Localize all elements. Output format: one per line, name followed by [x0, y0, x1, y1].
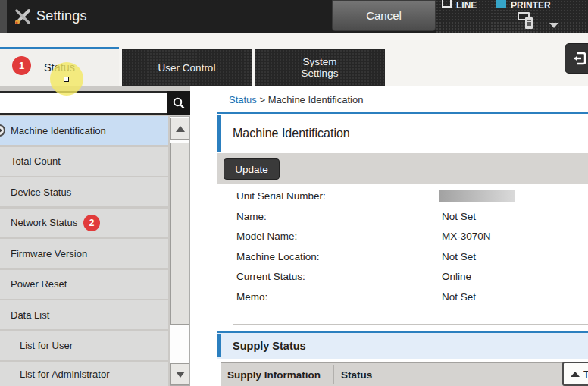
column-separator — [333, 365, 334, 384]
field-label: Model Name: — [236, 231, 297, 242]
tab-system-settings[interactable]: System Settings — [255, 49, 385, 86]
sidebar-item-device-status[interactable]: Device Status — [0, 177, 168, 206]
scroll-up-button[interactable] — [170, 118, 189, 140]
sidebar-item-label: Power Reset — [11, 278, 67, 290]
device-status-zone: LINE PRINTER — [436, 0, 588, 33]
search-button[interactable] — [167, 91, 190, 115]
printer-label: PRINTER — [511, 0, 551, 11]
column-status: Status — [341, 369, 372, 381]
sidebar-item-network-status[interactable]: Network Status 2 — [0, 209, 168, 237]
login-icon — [571, 50, 588, 67]
search-icon — [172, 96, 186, 110]
field-value: MX-3070N — [442, 231, 491, 242]
network-status-badge-2: 2 — [83, 215, 100, 231]
sidebar-item-machine-identification[interactable]: Machine Identification — [0, 116, 168, 145]
header-strip — [0, 33, 588, 48]
sidebar-item-label: List for Administrator — [20, 369, 110, 380]
machine-identification-section: Machine Identification — [217, 112, 588, 153]
supply-status-title: Supply Status — [233, 340, 306, 352]
tab-user-control-label: User Control — [158, 62, 216, 74]
machine-info-fields: Unit Serial Number: Name: Not Set Model … — [221, 187, 588, 308]
status-badge-1: 1 — [12, 56, 31, 75]
serial-number-redacted-value — [439, 190, 515, 202]
scroll-up-icon — [176, 126, 185, 132]
sidebar-item-label: Total Count — [11, 155, 61, 167]
field-value: Not Set — [442, 211, 476, 222]
field-row: Name: Not Set — [221, 208, 588, 228]
supply-status-section: Supply Status — [217, 331, 588, 359]
sidebar-item-label: Device Status — [11, 187, 71, 198]
sidebar-item-label: Machine Identification — [11, 125, 106, 137]
section-divider — [233, 324, 588, 325]
field-row: Unit Serial Number: — [221, 187, 588, 208]
tools-icon — [12, 6, 33, 27]
scroll-down-icon — [176, 372, 185, 378]
sidebar-item-power-reset[interactable]: Power Reset — [0, 270, 168, 299]
scroll-down-button[interactable] — [170, 363, 189, 385]
breadcrumb-current: Machine Identification — [268, 94, 364, 105]
field-row: Model Name: MX-3070N — [221, 228, 588, 248]
line-label: LINE — [456, 0, 477, 11]
field-value: Not Set — [442, 291, 476, 303]
column-supply-information: Supply Information — [227, 369, 321, 381]
printer-icon[interactable] — [516, 11, 539, 30]
cancel-button[interactable]: Cancel — [332, 0, 436, 31]
field-value: Online — [442, 271, 471, 282]
field-row: Memo: Not Set — [221, 288, 588, 309]
toolbar-strip: Update — [217, 153, 588, 184]
field-row: Current Status: Online — [221, 268, 588, 288]
sidebar-item-label: Network Status — [11, 217, 77, 228]
section-title: Machine Identification — [233, 127, 350, 140]
selected-arrow-icon — [0, 124, 5, 137]
breadcrumb-status-link[interactable]: Status — [229, 94, 257, 105]
search-input[interactable] — [0, 91, 168, 115]
to-top-button[interactable]: To — [562, 362, 588, 386]
line-checkbox[interactable] — [442, 0, 452, 8]
click-indicator-cursor — [64, 77, 69, 82]
field-value: Not Set — [442, 251, 476, 262]
top-bar: Settings Cancel LINE PRINTER — [0, 0, 588, 33]
sidebar-item-list-for-user[interactable]: List for User — [0, 331, 168, 360]
field-label: Unit Serial Number: — [236, 190, 326, 202]
sidebar-item-firmware-version[interactable]: Firmware Version — [0, 239, 168, 268]
tab-system-settings-label: System Settings — [286, 56, 354, 79]
sidebar-item-data-list[interactable]: Data List — [0, 300, 168, 329]
chevron-up-icon — [571, 372, 580, 377]
section-accent-bar — [217, 334, 221, 357]
scrollbar-thumb[interactable] — [170, 143, 189, 325]
topbar-accent-strip — [0, 0, 7, 33]
to-top-label: To — [583, 369, 588, 380]
sidebar-item-label: Firmware Version — [11, 248, 87, 259]
field-label: Machine Location: — [236, 251, 320, 262]
section-accent-bar — [217, 115, 221, 152]
app-title: Settings — [36, 8, 87, 24]
field-label: Memo: — [236, 291, 267, 303]
sidebar-item-list-for-administrator[interactable]: List for Administrator — [0, 362, 168, 386]
status-dropdown-icon[interactable] — [549, 23, 558, 28]
tab-user-control[interactable]: User Control — [122, 49, 252, 86]
sidebar-item-total-count[interactable]: Total Count — [0, 147, 168, 176]
sidebar-item-label: Data List — [11, 309, 49, 321]
field-row: Machine Location: Not Set — [221, 248, 588, 268]
update-button[interactable]: Update — [224, 158, 280, 180]
breadcrumb-separator: > — [259, 94, 265, 105]
field-label: Name: — [236, 211, 267, 222]
admin-login-button[interactable]: A — [565, 43, 588, 74]
printer-checkbox[interactable] — [496, 0, 506, 8]
sidebar-item-label: List for User — [20, 340, 73, 351]
field-label: Current Status: — [236, 271, 305, 282]
breadcrumb: Status > Machine Identification — [229, 94, 363, 105]
supply-table-header: Supply Information Status — [221, 362, 588, 386]
